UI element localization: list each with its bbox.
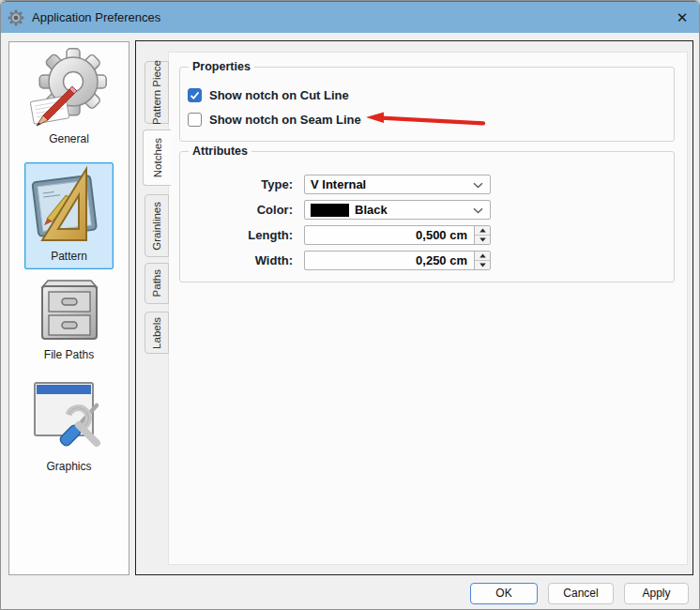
arrow-down-icon bbox=[479, 263, 486, 267]
color-swatch bbox=[311, 204, 349, 217]
arrow-down-icon bbox=[479, 237, 486, 242]
spin-up-button[interactable] bbox=[475, 226, 490, 236]
length-label: Length: bbox=[180, 225, 298, 245]
checkbox-row-seam-line: Show notch on Seam Line bbox=[188, 112, 361, 127]
close-button[interactable]: ✕ bbox=[667, 2, 697, 34]
cut-line-checkbox[interactable] bbox=[188, 88, 202, 102]
cancel-button[interactable]: Cancel bbox=[548, 583, 614, 604]
gear-icon bbox=[8, 9, 24, 26]
sidebar-item-label: Graphics bbox=[24, 460, 114, 473]
length-spinbox[interactable]: 0,500 cm bbox=[304, 225, 491, 245]
tab-grainlines[interactable]: Grainlines bbox=[145, 194, 169, 257]
notches-tab-page: Properties Show notch on Cut Line Show n… bbox=[168, 52, 688, 565]
tab-label: Grainlines bbox=[151, 202, 162, 251]
group-title: Properties bbox=[189, 60, 254, 73]
combobox-value: V Internal bbox=[311, 177, 366, 191]
attributes-group: Attributes Type: V Internal Color: Black bbox=[179, 151, 675, 282]
close-icon: ✕ bbox=[677, 9, 689, 26]
tab-label: Notches bbox=[152, 138, 163, 177]
properties-group: Properties Show notch on Cut Line Show n… bbox=[179, 67, 675, 142]
spinbox-value: 0,500 cm bbox=[305, 226, 467, 244]
arrow-up-icon bbox=[479, 228, 486, 233]
apply-button[interactable]: Apply bbox=[624, 583, 689, 604]
spin-buttons bbox=[474, 226, 490, 244]
gear-pencil-icon bbox=[30, 48, 109, 127]
type-label: Type: bbox=[180, 175, 298, 194]
sidebar-item-file-paths[interactable]: File Paths bbox=[24, 279, 114, 369]
drawing-board-icon bbox=[30, 165, 109, 244]
file-cabinet-icon bbox=[38, 279, 100, 343]
color-combobox[interactable]: Black bbox=[304, 200, 491, 220]
width-label: Width: bbox=[180, 251, 298, 270]
tab-label: Paths bbox=[151, 269, 162, 297]
checkmark-icon bbox=[189, 89, 201, 101]
sidebar-item-general[interactable]: General bbox=[24, 48, 114, 156]
color-label: Color: bbox=[180, 200, 298, 220]
window-tools-icon bbox=[31, 377, 108, 454]
tab-label: Labels bbox=[151, 317, 162, 349]
tab-notches[interactable]: Notches bbox=[143, 130, 171, 186]
spin-buttons bbox=[474, 252, 490, 269]
spinbox-value: 0,250 cm bbox=[305, 252, 467, 269]
sidebar-item-label: File Paths bbox=[24, 348, 114, 361]
red-arrow-annotation bbox=[361, 111, 488, 130]
spin-down-button[interactable] bbox=[475, 261, 490, 270]
settings-tab-widget: Pattern Piece Notches Grainlines Paths L… bbox=[135, 40, 693, 575]
type-combobox[interactable]: V Internal bbox=[304, 175, 491, 194]
spin-up-button[interactable] bbox=[475, 252, 490, 261]
title-bar[interactable]: Application Preferences ✕ bbox=[1, 1, 700, 33]
sidebar-item-label: Pattern bbox=[25, 250, 113, 263]
chevron-down-icon bbox=[473, 207, 483, 214]
combobox-value: Black bbox=[355, 203, 388, 217]
group-title: Attributes bbox=[189, 145, 251, 158]
arrow-up-icon bbox=[479, 253, 486, 258]
sidebar-item-label: General bbox=[24, 132, 114, 145]
checkbox-label: Show notch on Seam Line bbox=[209, 113, 361, 127]
tab-pattern-piece[interactable]: Pattern Piece bbox=[145, 61, 169, 124]
seam-line-checkbox[interactable] bbox=[188, 113, 202, 127]
spin-down-button[interactable] bbox=[475, 236, 490, 245]
tab-label: Pattern Piece bbox=[151, 60, 162, 125]
sidebar-item-graphics[interactable]: Graphics bbox=[24, 377, 114, 480]
checkbox-row-cut-line: Show notch on Cut Line bbox=[188, 87, 349, 102]
window-title: Application Preferences bbox=[32, 2, 160, 34]
application-preferences-dialog: Application Preferences ✕ bbox=[0, 0, 700, 610]
category-sidebar: General Pattern bbox=[8, 41, 129, 575]
width-spinbox[interactable]: 0,250 cm bbox=[304, 251, 491, 270]
tab-paths[interactable]: Paths bbox=[145, 263, 169, 304]
chevron-down-icon bbox=[473, 182, 483, 189]
sidebar-item-pattern[interactable]: Pattern bbox=[24, 162, 114, 269]
tab-labels[interactable]: Labels bbox=[145, 312, 169, 354]
ok-button[interactable]: OK bbox=[470, 583, 538, 604]
checkbox-label: Show notch on Cut Line bbox=[209, 88, 349, 102]
